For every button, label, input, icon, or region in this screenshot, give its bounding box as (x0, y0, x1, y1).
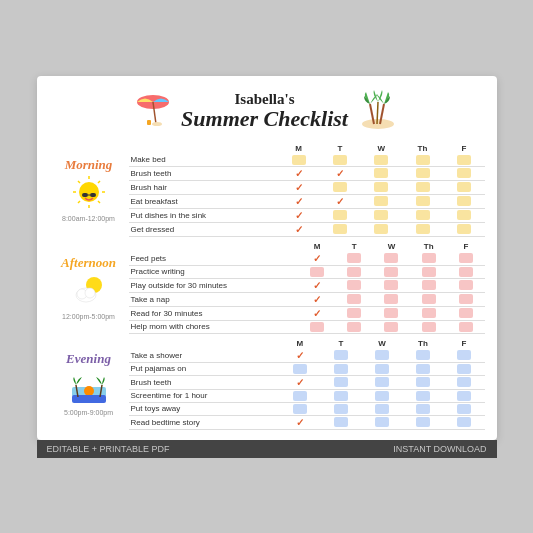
check-cell[interactable] (402, 166, 443, 180)
check-cell[interactable] (443, 349, 484, 363)
check-cell[interactable] (361, 349, 402, 363)
check-cell[interactable] (410, 292, 447, 306)
check-cell[interactable] (319, 180, 360, 194)
check-cell[interactable] (447, 252, 484, 266)
check-cell[interactable]: ✓ (279, 375, 320, 389)
empty-box (374, 224, 388, 234)
check-cell[interactable]: ✓ (278, 180, 319, 194)
check-cell[interactable] (361, 415, 402, 429)
check-cell[interactable]: ✓ (298, 278, 335, 292)
check-cell[interactable] (278, 154, 319, 167)
check-cell[interactable] (320, 415, 361, 429)
check-cell[interactable] (443, 362, 484, 375)
check-cell[interactable] (443, 194, 484, 208)
check-cell[interactable]: ✓ (298, 252, 335, 266)
check-cell[interactable] (443, 208, 484, 222)
check-cell[interactable] (320, 362, 361, 375)
check-cell[interactable] (298, 265, 335, 278)
svg-line-17 (98, 181, 100, 183)
check-cell[interactable] (319, 222, 360, 236)
checkmark: ✓ (296, 350, 304, 361)
check-cell[interactable] (336, 278, 373, 292)
check-cell[interactable] (410, 320, 447, 333)
check-cell[interactable] (320, 402, 361, 415)
check-cell[interactable] (443, 222, 484, 236)
check-cell[interactable]: ✓ (279, 415, 320, 429)
check-cell[interactable] (373, 306, 410, 320)
check-cell[interactable] (320, 375, 361, 389)
check-cell[interactable] (402, 402, 443, 415)
check-cell[interactable] (279, 402, 320, 415)
check-cell[interactable] (443, 166, 484, 180)
check-cell[interactable] (361, 362, 402, 375)
check-cell[interactable] (402, 362, 443, 375)
check-cell[interactable] (402, 389, 443, 402)
check-cell[interactable] (402, 208, 443, 222)
check-cell[interactable] (402, 180, 443, 194)
check-cell[interactable]: ✓ (278, 222, 319, 236)
check-cell[interactable] (320, 389, 361, 402)
check-cell[interactable] (402, 194, 443, 208)
check-cell[interactable]: ✓ (319, 166, 360, 180)
check-cell[interactable] (361, 208, 402, 222)
check-cell[interactable] (447, 320, 484, 333)
check-cell[interactable] (402, 154, 443, 167)
check-cell[interactable] (443, 389, 484, 402)
empty-box (347, 267, 361, 277)
check-cell[interactable]: ✓ (278, 194, 319, 208)
check-cell[interactable] (319, 208, 360, 222)
check-cell[interactable] (361, 222, 402, 236)
grid-table-afternoon: MTWThF Feed pets ✓ Practice writing Play… (129, 241, 485, 334)
check-cell[interactable] (279, 389, 320, 402)
check-cell[interactable] (279, 362, 320, 375)
check-cell[interactable] (373, 292, 410, 306)
check-cell[interactable] (410, 306, 447, 320)
check-cell[interactable] (320, 349, 361, 363)
empty-box (374, 196, 388, 206)
task-name: Get dressed (129, 222, 278, 236)
check-cell[interactable]: ✓ (279, 349, 320, 363)
svg-point-2 (152, 122, 162, 126)
check-cell[interactable]: ✓ (278, 166, 319, 180)
check-cell[interactable] (373, 320, 410, 333)
check-cell[interactable]: ✓ (319, 194, 360, 208)
check-cell[interactable] (336, 320, 373, 333)
check-cell[interactable] (373, 252, 410, 266)
check-cell[interactable] (443, 402, 484, 415)
check-cell[interactable] (336, 292, 373, 306)
check-cell[interactable] (447, 265, 484, 278)
check-cell[interactable] (402, 375, 443, 389)
check-cell[interactable] (410, 265, 447, 278)
empty-box (333, 182, 347, 192)
check-cell[interactable] (336, 265, 373, 278)
check-cell[interactable] (443, 154, 484, 167)
check-cell[interactable] (402, 415, 443, 429)
check-cell[interactable] (336, 306, 373, 320)
check-cell[interactable] (336, 252, 373, 266)
check-cell[interactable] (443, 415, 484, 429)
empty-box (374, 155, 388, 165)
check-cell[interactable] (361, 154, 402, 167)
check-cell[interactable] (447, 278, 484, 292)
check-cell[interactable] (373, 265, 410, 278)
check-cell[interactable] (443, 180, 484, 194)
check-cell[interactable] (319, 154, 360, 167)
check-cell[interactable] (402, 349, 443, 363)
check-cell[interactable] (361, 166, 402, 180)
check-cell[interactable] (298, 320, 335, 333)
check-cell[interactable] (373, 278, 410, 292)
check-cell[interactable] (410, 252, 447, 266)
check-cell[interactable]: ✓ (298, 306, 335, 320)
check-cell[interactable] (447, 306, 484, 320)
check-cell[interactable] (443, 375, 484, 389)
check-cell[interactable] (361, 402, 402, 415)
check-cell[interactable] (447, 292, 484, 306)
check-cell[interactable] (361, 180, 402, 194)
check-cell[interactable] (361, 389, 402, 402)
check-cell[interactable] (361, 194, 402, 208)
check-cell[interactable]: ✓ (298, 292, 335, 306)
check-cell[interactable] (410, 278, 447, 292)
check-cell[interactable]: ✓ (278, 208, 319, 222)
check-cell[interactable] (361, 375, 402, 389)
check-cell[interactable] (402, 222, 443, 236)
